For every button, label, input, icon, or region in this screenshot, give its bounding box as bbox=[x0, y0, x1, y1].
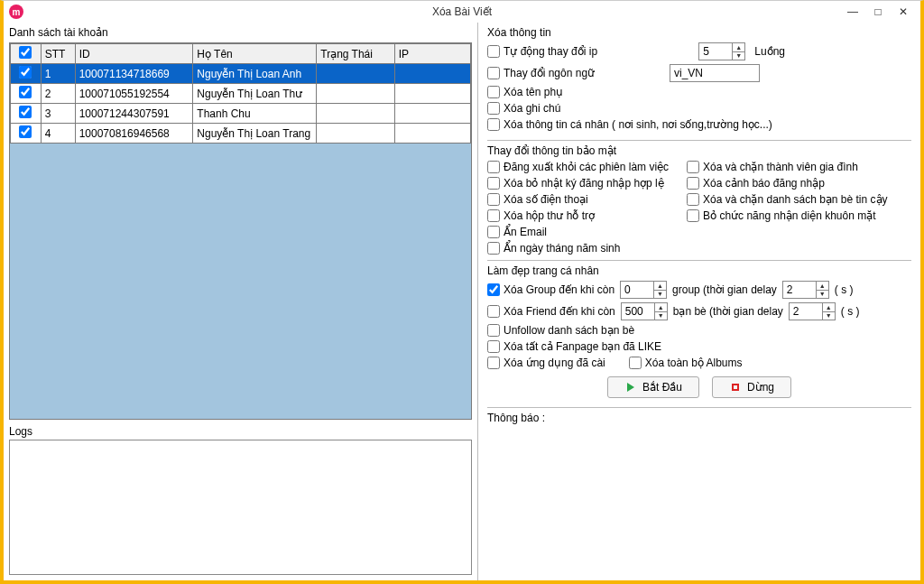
sec-unit: ( s ) bbox=[841, 305, 860, 318]
accounts-table[interactable]: STT ID Họ Tên Trạng Thái IP 110007113471… bbox=[10, 43, 471, 144]
logs-box[interactable] bbox=[9, 440, 472, 575]
hide-dob-checkbox[interactable]: Ẩn ngày tháng năm sinh bbox=[487, 242, 669, 255]
chevron-down-icon[interactable]: ▼ bbox=[823, 312, 835, 320]
stop-label: Dừng bbox=[747, 381, 774, 394]
start-button[interactable]: Bắt Đầu bbox=[607, 376, 699, 398]
chevron-up-icon[interactable]: ▲ bbox=[823, 303, 835, 312]
disable-face-checkbox[interactable]: Bỏ chức năng nhận diện khuôn mặt bbox=[687, 209, 887, 222]
del-subname-label: Xóa tên phụ bbox=[504, 86, 563, 98]
table-empty-area bbox=[10, 144, 471, 419]
col-ip[interactable]: IP bbox=[394, 44, 470, 64]
del-login-alert-checkbox[interactable]: Xóa cảnh báo đăng nhập bbox=[687, 177, 887, 190]
del-login-alert-label: Xóa cảnh báo đăng nhập bbox=[703, 177, 825, 190]
logout-sessions-label: Đăng xuất khỏi các phiên làm việc bbox=[504, 161, 669, 173]
spinner-arrows[interactable]: ▲▼ bbox=[822, 303, 835, 320]
cell-status bbox=[317, 64, 394, 84]
cell-ip bbox=[394, 124, 470, 144]
app-icon: m bbox=[9, 5, 23, 19]
change-lang-checkbox[interactable]: Thay đổi ngôn ngữ bbox=[487, 67, 595, 79]
col-name[interactable]: Họ Tên bbox=[193, 44, 317, 64]
change-lang-label: Thay đổi ngôn ngữ bbox=[504, 67, 595, 79]
spinner-arrows[interactable]: ▲▼ bbox=[654, 303, 667, 320]
table-row[interactable]: 3100071244307591Thanh Chu bbox=[11, 104, 471, 124]
beautify-title: Làm đẹp trang cá nhân bbox=[487, 264, 911, 277]
friend-count-input[interactable] bbox=[622, 303, 654, 320]
block-family-label: Xóa và chặn thành viên gia đình bbox=[703, 161, 858, 173]
close-button[interactable]: ✕ bbox=[892, 4, 915, 20]
row-checkbox-cell[interactable] bbox=[11, 104, 42, 124]
table-row[interactable]: 4100070816946568Nguyễn Thị Loan Trang bbox=[11, 124, 471, 144]
row-checkbox[interactable] bbox=[19, 125, 32, 138]
group-count-input[interactable] bbox=[621, 282, 653, 298]
cell-name: Nguyễn Thị Loan Thư bbox=[193, 84, 317, 104]
del-phone-checkbox[interactable]: Xóa số điện thoại bbox=[487, 193, 669, 206]
cell-name: Thanh Chu bbox=[193, 104, 317, 124]
col-stt[interactable]: STT bbox=[41, 44, 75, 64]
del-fanpage-checkbox[interactable]: Xóa tất cả Fanpage bạn đã LIKE bbox=[487, 340, 661, 353]
hide-email-checkbox[interactable]: Ẩn Email bbox=[487, 226, 669, 238]
row-checkbox[interactable] bbox=[19, 66, 32, 79]
cell-ip bbox=[394, 84, 470, 104]
col-id[interactable]: ID bbox=[75, 44, 193, 64]
group-count-spinner[interactable]: ▲▼ bbox=[620, 281, 667, 299]
block-trusted-checkbox[interactable]: Xóa và chặn danh sách bạn bè tin cậy bbox=[687, 193, 887, 206]
spinner-arrows[interactable]: ▲▼ bbox=[816, 282, 828, 298]
threads-spinner[interactable]: ▲▼ bbox=[698, 42, 745, 60]
block-family-checkbox[interactable]: Xóa và chặn thành viên gia đình bbox=[687, 161, 887, 173]
del-albums-checkbox[interactable]: Xóa toàn bộ Albums bbox=[629, 357, 743, 369]
row-checkbox-cell[interactable] bbox=[11, 84, 42, 104]
col-check[interactable] bbox=[11, 44, 42, 64]
col-status[interactable]: Trạng Thái bbox=[317, 44, 394, 64]
row-checkbox-cell[interactable] bbox=[11, 124, 42, 144]
notice-section: Thông báo : bbox=[487, 407, 911, 424]
del-albums-label: Xóa toàn bộ Albums bbox=[645, 357, 743, 369]
maximize-button[interactable]: □ bbox=[866, 4, 890, 20]
stop-button[interactable]: Dừng bbox=[712, 376, 791, 398]
cell-id: 100071134718669 bbox=[75, 64, 193, 84]
del-group-checkbox[interactable]: Xóa Group đến khi còn bbox=[487, 283, 614, 296]
del-note-checkbox[interactable]: Xóa ghi chú bbox=[487, 102, 560, 115]
del-note-label: Xóa ghi chú bbox=[504, 102, 560, 115]
friend-count-spinner[interactable]: ▲▼ bbox=[621, 302, 668, 320]
logout-sessions-checkbox[interactable]: Đăng xuất khỏi các phiên làm việc bbox=[487, 161, 669, 173]
row-checkbox[interactable] bbox=[19, 86, 32, 98]
del-support-mail-checkbox[interactable]: Xóa hộp thư hỗ trợ bbox=[487, 209, 669, 222]
del-friend-checkbox[interactable]: Xóa Friend đến khi còn bbox=[487, 305, 615, 318]
chevron-up-icon[interactable]: ▲ bbox=[733, 43, 744, 52]
unfollow-checkbox[interactable]: Unfollow danh sách bạn bè bbox=[487, 324, 634, 337]
del-group-label: Xóa Group đến khi còn bbox=[504, 283, 614, 296]
cell-id: 100071244307591 bbox=[75, 104, 193, 124]
table-row[interactable]: 1100071134718669Nguyễn Thị Loan Anh bbox=[11, 64, 471, 84]
spinner-arrows[interactable]: ▲▼ bbox=[653, 282, 666, 298]
group-delay-spinner[interactable]: ▲▼ bbox=[782, 281, 829, 299]
chevron-down-icon[interactable]: ▼ bbox=[817, 291, 828, 299]
chevron-up-icon[interactable]: ▲ bbox=[817, 282, 828, 291]
header-checkbox[interactable] bbox=[19, 46, 32, 59]
del-apps-checkbox[interactable]: Xóa ứng dụng đã cài bbox=[487, 357, 605, 369]
minimize-button[interactable]: — bbox=[841, 4, 864, 20]
group-delay-input[interactable] bbox=[783, 282, 816, 298]
unfollow-label: Unfollow danh sách bạn bè bbox=[504, 324, 634, 337]
chevron-up-icon[interactable]: ▲ bbox=[655, 303, 667, 312]
chevron-down-icon[interactable]: ▼ bbox=[733, 52, 744, 60]
friend-delay-input[interactable] bbox=[790, 303, 822, 320]
chevron-down-icon[interactable]: ▼ bbox=[654, 291, 666, 299]
lang-input[interactable] bbox=[670, 64, 760, 82]
del-login-log-checkbox[interactable]: Xóa bỏ nhật ký đăng nhập hợp lệ bbox=[487, 177, 669, 190]
del-personal-checkbox[interactable]: Xóa thông tin cá nhân ( nơi sinh, nơi số… bbox=[487, 118, 772, 131]
security-title: Thay đổi thông tin bảo mật bbox=[487, 144, 911, 157]
chevron-up-icon[interactable]: ▲ bbox=[654, 282, 666, 291]
stop-icon bbox=[729, 381, 742, 394]
del-subname-checkbox[interactable]: Xóa tên phụ bbox=[487, 86, 563, 98]
security-section: Thay đổi thông tin bảo mật Đăng xuất khỏ… bbox=[487, 140, 911, 255]
table-row[interactable]: 2100071055192554Nguyễn Thị Loan Thư bbox=[11, 84, 471, 104]
table-header-row: STT ID Họ Tên Trạng Thái IP bbox=[11, 44, 471, 64]
chevron-down-icon[interactable]: ▼ bbox=[655, 312, 667, 320]
spinner-arrows[interactable]: ▲▼ bbox=[732, 43, 744, 60]
row-checkbox-cell[interactable] bbox=[11, 64, 42, 84]
auto-ip-checkbox[interactable]: Tự động thay đổi ip bbox=[487, 45, 597, 58]
threads-input[interactable] bbox=[699, 43, 732, 60]
beautify-section: Làm đẹp trang cá nhân Xóa Group đến khi … bbox=[487, 260, 911, 398]
friend-delay-spinner[interactable]: ▲▼ bbox=[789, 302, 836, 320]
row-checkbox[interactable] bbox=[19, 106, 32, 118]
